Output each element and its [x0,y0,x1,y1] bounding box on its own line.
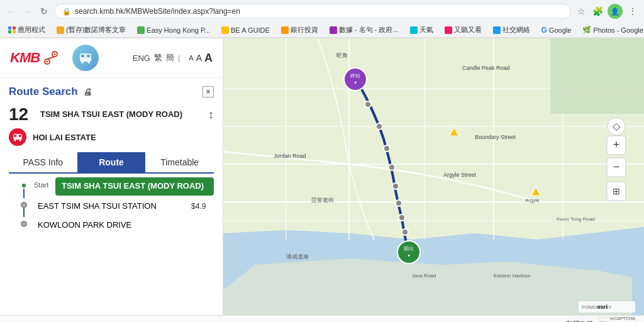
sidebar-panel: KMB [0,38,223,315]
route-number: 12 [9,104,34,125]
header-icons [40,45,99,71]
bookmark-icon-6 [410,26,418,34]
svg-point-31 [365,101,371,108]
app-header: KMB [0,38,223,78]
route-icon-button[interactable] [40,47,62,69]
lang-simp[interactable]: 簡 [166,52,174,64]
svg-point-32 [376,123,382,130]
svg-text:開出: 開出 [404,246,414,252]
bookmark-8[interactable]: 社交網絡 [490,24,533,36]
bookmark-1[interactable]: (暫存)數諾博客文章 [53,24,129,36]
svg-text:−: − [613,160,620,173]
lang-trad[interactable]: 繁 [154,52,162,64]
bookmark-4[interactable]: 銀行投資 [278,24,321,36]
recaptcha-badge: 🛡 reCAPTCHA Privacy - Terms [599,318,636,323]
svg-point-43 [397,241,420,264]
stop-name-2[interactable]: EAST TSIM SHA TSUI STATION [34,198,191,217]
extensions-btn[interactable]: 🧩 [591,5,604,18]
route-search-panel: Route Search 🖨 × 12 TSIM SHA TSUI EAST (… [0,78,223,315]
bookmark-photos[interactable]: 🌿 Photos - Google P... [579,25,644,35]
svg-text:Candle Peak Road: Candle Peak Road [462,65,510,71]
svg-point-34 [389,164,395,170]
bookmark-apps[interactable]: 應用程式 [5,24,48,36]
tab-timetable[interactable]: Timetable [145,152,214,172]
route-destination: TSIM SHA TSUI EAST (MODY ROAD) [40,109,202,120]
svg-text:+: + [613,138,620,151]
svg-text:Kwun Tong Road: Kwun Tong Road [557,216,595,222]
svg-point-3 [54,53,56,55]
bookmark-5-label: 數據 - 名句 - 政府... [339,25,399,35]
lang-bar: ENG 繁 簡 | A A A [133,52,213,65]
tab-route[interactable]: Route [77,152,146,172]
browser-chrome: ← → ↻ 🔒 search.kmb.hk/KMBWebSite/index.a… [0,0,644,38]
svg-text:esri: esri [597,304,608,310]
stop-list: Start TSIM SHA TSUI EAST (MODY ROAD) EAS… [9,177,214,315]
kmb-logo: KMB [10,50,40,66]
bookmark-6[interactable]: 天氣 [407,24,436,36]
svg-rect-6 [87,55,90,57]
privacy-link[interactable]: 私隱政策 [566,319,594,322]
svg-point-38 [402,229,408,235]
route-search-label: Route Search [9,86,78,98]
font-medium-btn[interactable]: A [196,53,202,63]
forward-button[interactable]: → [21,5,34,18]
stop-fare-2: $4.9 [191,198,214,217]
route-origin: HOI LAI ESTATE [33,133,96,142]
back-button[interactable]: ← [5,5,18,18]
menu-btn[interactable]: ⋮ [626,5,639,18]
svg-point-8 [81,61,84,64]
svg-point-9 [87,61,90,64]
bus-svg-icon [77,50,94,66]
bookmark-photos-label: Photos - Google P... [593,26,644,34]
font-large-btn[interactable]: A [204,52,213,65]
profile-btn[interactable]: 👤 [608,4,623,19]
tab-pass-info[interactable]: PASS Info [9,152,77,172]
svg-point-35 [392,183,399,189]
lock-icon: 🔒 [62,8,71,16]
svg-rect-29 [550,38,644,114]
svg-point-14 [19,140,21,142]
route-info-row: 12 TSIM SHA TSUI EAST (MODY ROAD) ↕ [9,104,214,125]
font-size-bar: A A A [189,52,213,65]
route-tabs: PASS Info Route Timetable [9,152,214,174]
font-small-btn[interactable]: A [189,54,193,62]
bookmark-google-label: Google [549,26,571,34]
svg-rect-5 [81,55,84,57]
bookmark-7[interactable]: 又聽又看 [441,24,485,36]
route-search-title: Route Search 🖨 × [9,86,214,98]
close-button[interactable]: × [203,86,214,97]
bookmark-star[interactable]: ☆ [575,5,587,18]
bus-circle-icon[interactable] [72,45,99,71]
bookmark-icon-2 [137,26,145,34]
map-area[interactable]: 終站 ● 開出 ● 旺角 Candle Peak Road Boundary S… [223,38,644,315]
svg-text:亞皆老街: 亞皆老街 [311,197,334,203]
bookmark-2[interactable]: Easy Hong Kong P... [134,25,213,35]
svg-rect-7 [80,60,91,61]
svg-text:⊞: ⊞ [613,186,620,196]
stop-dot-2 [21,202,27,208]
route-svg-icon [42,49,60,67]
bookmark-5[interactable]: 數據 - 名句 - 政府... [326,24,402,36]
stop-label-1: Start [34,177,53,198]
bookmark-3[interactable]: BE A GUIDE [218,25,273,35]
lang-eng[interactable]: ENG [133,53,150,63]
stop-entry-1: Start TSIM SHA TSUI EAST (MODY ROAD) [18,177,214,198]
stop-name-1[interactable]: TSIM SHA TSUI EAST (MODY ROAD) [55,177,214,196]
svg-text:◇: ◇ [613,121,621,131]
recaptcha-logo-icon: 🛡 [599,319,608,323]
stop-name-3[interactable]: KOWLOON PARK DRIVE [34,217,214,234]
svg-text:Java Road: Java Road [412,273,436,279]
reload-button[interactable]: ↻ [38,5,50,18]
bookmark-3-label: BE A GUIDE [231,26,270,34]
address-bar[interactable]: 🔒 search.kmb.hk/KMBWebSite/index.aspx?la… [54,4,571,19]
main-content: KMB [0,38,644,315]
stop-entry-3: KOWLOON PARK DRIVE [18,217,214,234]
bookmark-6-label: 天氣 [419,25,433,35]
bookmark-google[interactable]: G Google [538,25,575,36]
footer-bar: 私隱政策 🛡 reCAPTCHA Privacy - Terms [0,315,644,322]
swap-direction-button[interactable]: ↕ [208,108,214,121]
route-origin-row: HOI LAI ESTATE [9,128,214,146]
bus-origin-icon [9,128,26,146]
print-icon[interactable]: 🖨 [83,87,92,97]
recaptcha-text: reCAPTCHA Privacy - Terms [610,316,636,322]
